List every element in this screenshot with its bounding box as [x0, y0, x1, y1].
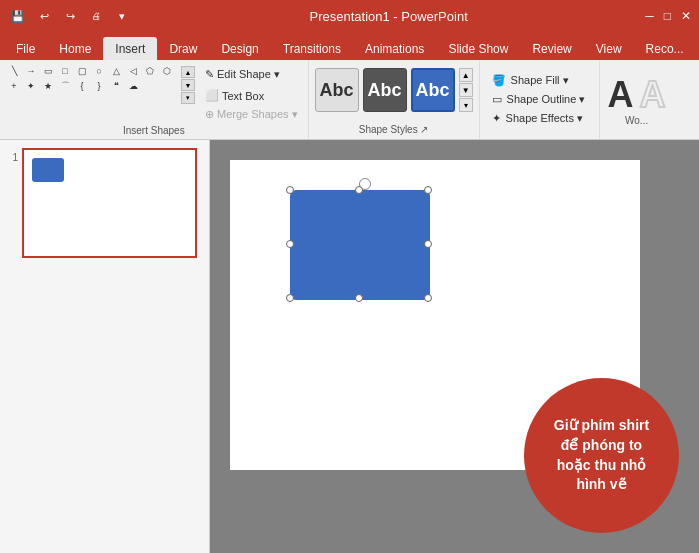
shape-line-btn[interactable]: ╲ [6, 64, 22, 78]
handle-ml[interactable] [286, 240, 294, 248]
shape-outline-label: Shape Outline ▾ [507, 93, 586, 106]
shape-rect2-btn[interactable]: □ [57, 64, 73, 78]
tab-animations[interactable]: Animations [353, 37, 436, 60]
tab-transitions[interactable]: Transitions [271, 37, 353, 60]
swatch-scroll-up[interactable]: ▲ [459, 68, 473, 82]
text-box-label: Text Box [222, 90, 264, 102]
main-area: 1 Giữ phím shirt để phóng to hoặc thu nh… [0, 140, 699, 553]
more-button[interactable]: ▾ [112, 6, 132, 26]
edit-shape-label: Edit Shape ▾ [217, 68, 280, 81]
insert-shapes-label: Insert Shapes [123, 123, 185, 136]
tab-record[interactable]: Reco... [634, 37, 696, 60]
tooltip-text: Giữ phím shirt để phóng to hoặc thu nhỏ … [544, 416, 659, 494]
close-button[interactable]: ✕ [681, 9, 691, 23]
slide-thumbnail-container: 1 [4, 148, 205, 258]
shape-styles-label: Shape Styles ↗ [359, 122, 429, 135]
shape-styles-group: Abc Abc Abc ▲ ▼ ▾ Shape Styles ↗ [309, 60, 480, 139]
shape-styles-swatches: Abc Abc Abc [315, 64, 455, 116]
save-button[interactable]: 💾 [8, 6, 28, 26]
shape-star5-btn[interactable]: ★ [40, 79, 56, 93]
text-box-button[interactable]: ⬜ Text Box [201, 87, 302, 104]
shape-pent-btn[interactable]: ⬠ [142, 64, 158, 78]
textbox-icon: ⬜ [205, 89, 219, 102]
shape-outline-button[interactable]: ▭ Shape Outline ▾ [488, 91, 591, 108]
style-swatch-1[interactable]: Abc [315, 68, 359, 112]
canvas-area: Giữ phím shirt để phóng to hoặc thu nhỏ … [210, 140, 699, 553]
shape-fill-button[interactable]: 🪣 Shape Fill ▾ [488, 72, 591, 89]
handle-mr[interactable] [424, 240, 432, 248]
swatch-scroll-down[interactable]: ▼ [459, 83, 473, 97]
slide-thumbnail[interactable] [22, 148, 197, 258]
wordart-letters: A A [608, 77, 666, 113]
handle-tr[interactable] [424, 186, 432, 194]
redo-button[interactable]: ↪ [60, 6, 80, 26]
ribbon: ╲ → ▭ □ ▢ ○ △ ◁ ⬠ ⬡ + ✦ ★ ⌒ { } [0, 60, 699, 140]
slide-number: 1 [4, 152, 18, 163]
shape-fill-label: Shape Fill ▾ [511, 74, 569, 87]
tab-insert[interactable]: Insert [103, 37, 157, 60]
tooltip-bubble: Giữ phím shirt để phóng to hoặc thu nhỏ … [524, 378, 679, 533]
shape-format-group: 🪣 Shape Fill ▾ ▭ Shape Outline ▾ ✦ Shape… [480, 60, 600, 139]
swatch2-label: Abc [368, 80, 402, 101]
edit-shape-button[interactable]: ✎ Edit Shape ▾ [201, 66, 302, 83]
ribbon-tabs: File Home Insert Draw Design Transitions… [0, 32, 699, 60]
shape-effects-button[interactable]: ✦ Shape Effects ▾ [488, 110, 591, 127]
wordart-a-outline[interactable]: A [640, 77, 666, 113]
shape-styles-expand-icon[interactable]: ↗ [420, 124, 428, 135]
shape-wave-btn[interactable]: ⌒ [57, 79, 73, 93]
title-bar: 💾 ↩ ↪ 🖨 ▾ Presentation1 - PowerPoint ─ □… [0, 0, 699, 32]
tab-draw[interactable]: Draw [157, 37, 209, 60]
tab-view[interactable]: View [584, 37, 634, 60]
merge-shapes-button[interactable]: ⊕ Merge Shapes ▾ [201, 106, 302, 123]
tab-home[interactable]: Home [47, 37, 103, 60]
shape-oval-btn[interactable]: ○ [91, 64, 107, 78]
customize-button[interactable]: 🖨 [86, 6, 106, 26]
shapes-grid-container: ╲ → ▭ □ ▢ ○ △ ◁ ⬠ ⬡ + ✦ ★ ⌒ { } [6, 64, 175, 93]
swatch1-label: Abc [320, 80, 354, 101]
shapes-scroll-down[interactable]: ▼ [181, 79, 195, 91]
window-title: Presentation1 - PowerPoint [309, 9, 467, 24]
shape-rtri-btn[interactable]: ◁ [125, 64, 141, 78]
wordart-a-solid[interactable]: A [608, 77, 634, 113]
shape-brace2-btn[interactable]: } [91, 79, 107, 93]
thumb-shape [32, 158, 64, 182]
slide-panel: 1 [0, 140, 210, 553]
handle-br[interactable] [424, 294, 432, 302]
minimize-button[interactable]: ─ [645, 9, 654, 23]
shapes-scroll-more[interactable]: ▾ [181, 92, 195, 104]
handle-bm[interactable] [355, 294, 363, 302]
shape-hex-btn[interactable]: ⬡ [159, 64, 175, 78]
shape-effects-label: Shape Effects ▾ [506, 112, 583, 125]
swatch-expand[interactable]: ▾ [459, 98, 473, 112]
shape-arrow-btn[interactable]: → [23, 64, 39, 78]
tab-design[interactable]: Design [209, 37, 270, 60]
tab-slideshow[interactable]: Slide Show [436, 37, 520, 60]
shape-brace-btn[interactable]: { [74, 79, 90, 93]
handle-tm[interactable] [355, 186, 363, 194]
shape-round-btn[interactable]: ▢ [74, 64, 90, 78]
shape-quote-btn[interactable]: ❝ [108, 79, 124, 93]
shape-cloud-btn[interactable]: ☁ [125, 79, 141, 93]
wordart-group: A A Wo... [600, 60, 674, 139]
outline-icon: ▭ [492, 93, 502, 106]
style-swatch-2[interactable]: Abc [363, 68, 407, 112]
shape-tri-btn[interactable]: △ [108, 64, 124, 78]
maximize-button[interactable]: □ [664, 9, 671, 23]
edit-icon: ✎ [205, 68, 214, 81]
wordart-label: Wo... [625, 115, 648, 126]
swatch3-label: Abc [416, 80, 450, 101]
shape-rect-btn[interactable]: ▭ [40, 64, 56, 78]
shape-star4-btn[interactable]: ✦ [23, 79, 39, 93]
shapes-scroll-up[interactable]: ▲ [181, 66, 195, 78]
handle-bl[interactable] [286, 294, 294, 302]
merge-icon: ⊕ [205, 108, 214, 121]
insert-shapes-group: ╲ → ▭ □ ▢ ○ △ ◁ ⬠ ⬡ + ✦ ★ ⌒ { } [0, 60, 309, 139]
undo-button[interactable]: ↩ [34, 6, 54, 26]
window-controls: ─ □ ✕ [645, 9, 691, 23]
style-swatch-3[interactable]: Abc [411, 68, 455, 112]
shape-plus-btn[interactable]: + [6, 79, 22, 93]
canvas-shape[interactable] [290, 190, 430, 300]
tab-review[interactable]: Review [520, 37, 583, 60]
tab-file[interactable]: File [4, 37, 47, 60]
handle-tl[interactable] [286, 186, 294, 194]
